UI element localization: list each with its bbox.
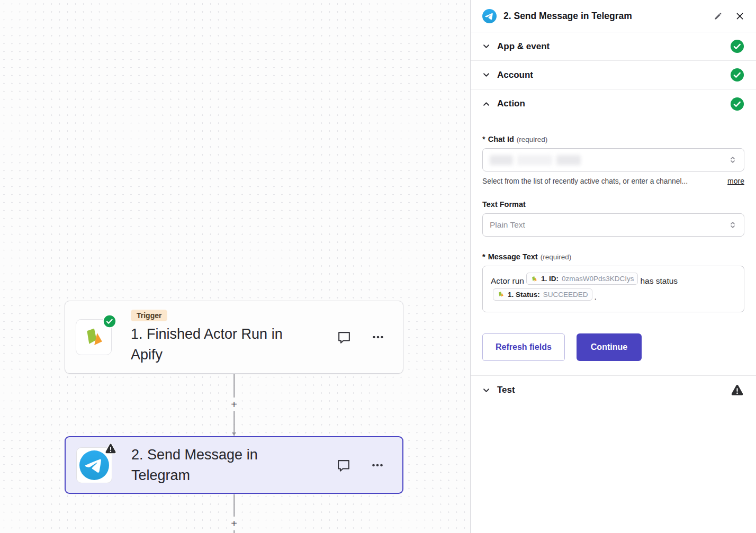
section-label: App & event <box>497 41 550 52</box>
action-form: * Chat Id (required) Select from the lis… <box>471 118 756 376</box>
field-token-id[interactable]: 1. ID:0zmasW0Pds3KDCIys <box>526 273 638 285</box>
trigger-step-card[interactable]: Trigger 1. Finished Actor Run in Apify <box>65 301 403 374</box>
select-stepper-icon <box>728 156 737 164</box>
chevron-up-icon <box>482 100 490 108</box>
token-label: 1. ID: <box>541 273 559 284</box>
step-connector: + <box>227 374 241 436</box>
apify-icon <box>530 275 538 283</box>
add-step-button[interactable]: + <box>229 517 239 530</box>
chat-id-helper: Select from the list of recently active … <box>482 177 688 185</box>
section-test[interactable]: Test <box>471 376 756 404</box>
trigger-badge: Trigger <box>131 310 167 321</box>
warning-badge-icon <box>104 442 117 455</box>
apify-app-tile <box>76 319 112 355</box>
success-check-icon <box>730 97 744 111</box>
chevron-down-icon <box>482 71 490 79</box>
workflow-canvas[interactable]: Trigger 1. Finished Actor Run in Apify + <box>0 0 470 533</box>
note-icon[interactable] <box>336 457 352 473</box>
continue-button[interactable]: Continue <box>577 333 642 361</box>
action-step-card-selected[interactable]: 2. Send Message in Telegram <box>65 436 403 494</box>
close-panel-icon[interactable] <box>735 12 744 21</box>
more-link[interactable]: more <box>727 177 744 185</box>
message-text: Actor run <box>491 276 524 285</box>
redacted-value <box>556 155 581 165</box>
telegram-app-icon <box>482 9 497 23</box>
message-text-field[interactable]: Actor run1. ID:0zmasW0Pds3KDCIyshas stat… <box>482 266 744 312</box>
message-text: has status <box>640 276 678 285</box>
success-badge-icon <box>103 314 116 328</box>
message-text: . <box>595 292 597 301</box>
section-label: Action <box>497 98 525 109</box>
text-format-select[interactable]: Plain Text <box>482 213 744 237</box>
zap-editor: Trigger 1. Finished Actor Run in Apify + <box>0 0 756 533</box>
step-title: 2. Send Message in Telegram <box>131 445 316 485</box>
telegram-app-tile <box>76 447 112 483</box>
token-label: 1. Status: <box>508 289 540 300</box>
note-icon[interactable] <box>336 329 352 345</box>
warning-icon <box>730 383 744 398</box>
section-label: Test <box>497 385 515 395</box>
text-format-value: Plain Text <box>490 220 525 230</box>
more-options-icon[interactable] <box>370 329 386 345</box>
arrow-down-icon <box>232 432 236 436</box>
chat-id-label: * Chat Id (required) <box>482 135 744 143</box>
apify-icon <box>497 291 505 298</box>
field-token-status[interactable]: 1. Status:SUCCEEDED <box>493 288 592 301</box>
refresh-fields-button[interactable]: Refresh fields <box>482 333 565 361</box>
token-value: 0zmasW0Pds3KDCIys <box>562 273 634 284</box>
chat-id-helper-row: Select from the list of recently active … <box>482 177 744 185</box>
section-app-event[interactable]: App & event <box>471 32 756 61</box>
message-text-label: * Message Text (required) <box>482 252 744 261</box>
more-options-icon[interactable] <box>370 457 385 473</box>
redacted-value <box>490 155 513 165</box>
chat-id-select[interactable] <box>482 148 744 171</box>
redacted-value <box>517 155 552 165</box>
step-settings-panel: 2. Send Message in Telegram App & event … <box>470 0 756 533</box>
select-stepper-icon <box>728 221 737 229</box>
step-connector: + <box>227 494 241 533</box>
panel-title: 2. Send Message in Telegram <box>503 11 632 22</box>
section-action[interactable]: Action <box>471 89 756 118</box>
chevron-down-icon <box>482 42 490 50</box>
token-value: SUCCEEDED <box>543 289 588 300</box>
chevron-down-icon <box>482 386 490 394</box>
section-account[interactable]: Account <box>471 61 756 89</box>
required-asterisk: * <box>482 135 485 143</box>
apify-logo-icon <box>82 325 106 349</box>
panel-header: 2. Send Message in Telegram <box>471 0 756 32</box>
required-asterisk: * <box>482 252 485 261</box>
success-check-icon <box>730 39 744 53</box>
success-check-icon <box>730 68 744 82</box>
section-label: Account <box>497 70 533 80</box>
text-format-label: Text Format <box>482 200 744 209</box>
step-title: 1. Finished Actor Run in Apify <box>131 324 315 365</box>
add-step-button[interactable]: + <box>229 398 239 411</box>
edit-title-icon[interactable] <box>714 12 723 21</box>
